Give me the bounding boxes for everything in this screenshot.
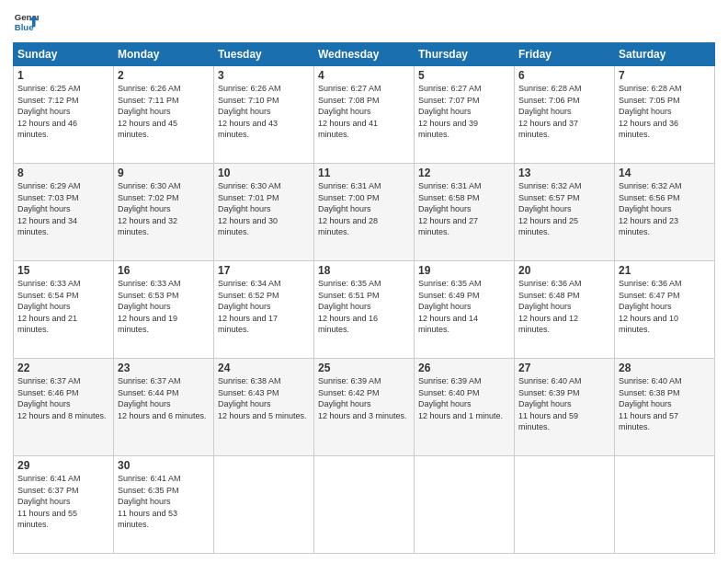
calendar-day: 22Sunrise: 6:37 AMSunset: 6:46 PMDayligh… (14, 359, 114, 456)
day-info: Sunrise: 6:39 AMSunset: 6:40 PMDaylight … (418, 375, 510, 421)
day-info: Sunrise: 6:26 AMSunset: 7:11 PMDaylight … (118, 83, 210, 141)
day-number: 11 (318, 167, 410, 179)
day-number: 18 (318, 264, 410, 277)
day-info: Sunrise: 6:37 AMSunset: 6:46 PMDaylight … (17, 375, 109, 421)
calendar-day: 4Sunrise: 6:27 AMSunset: 7:08 PMDaylight… (314, 66, 415, 164)
day-info: Sunrise: 6:36 AMSunset: 6:47 PMDaylight … (619, 278, 711, 336)
calendar-day: 6Sunrise: 6:28 AMSunset: 7:06 PMDaylight… (515, 66, 615, 164)
calendar-day: 10Sunrise: 6:30 AMSunset: 7:01 PMDayligh… (214, 164, 314, 261)
day-number: 3 (218, 69, 310, 82)
day-number: 1 (17, 69, 109, 82)
calendar-day: 9Sunrise: 6:30 AMSunset: 7:02 PMDaylight… (114, 164, 214, 261)
calendar-header-tuesday: Tuesday (214, 43, 314, 66)
day-number: 20 (518, 264, 610, 277)
logo: General Blue (13, 9, 39, 35)
calendar-day: 12Sunrise: 6:31 AMSunset: 6:58 PMDayligh… (415, 164, 515, 261)
calendar-day: 28Sunrise: 6:40 AMSunset: 6:38 PMDayligh… (615, 359, 715, 456)
calendar-day: 23Sunrise: 6:37 AMSunset: 6:44 PMDayligh… (114, 359, 214, 456)
calendar-day: 18Sunrise: 6:35 AMSunset: 6:51 PMDayligh… (314, 261, 415, 359)
calendar-day: 27Sunrise: 6:40 AMSunset: 6:39 PMDayligh… (515, 359, 615, 456)
day-info: Sunrise: 6:40 AMSunset: 6:39 PMDaylight … (518, 375, 610, 433)
day-info: Sunrise: 6:25 AMSunset: 7:12 PMDaylight … (17, 83, 109, 141)
header: General Blue (13, 9, 715, 35)
calendar-day: 15Sunrise: 6:33 AMSunset: 6:54 PMDayligh… (14, 261, 114, 359)
day-number: 19 (418, 264, 510, 277)
calendar-day: 11Sunrise: 6:31 AMSunset: 7:00 PMDayligh… (314, 164, 415, 261)
day-number: 16 (118, 264, 210, 277)
calendar-week-1: 1Sunrise: 6:25 AMSunset: 7:12 PMDaylight… (14, 66, 715, 164)
day-info: Sunrise: 6:35 AMSunset: 6:51 PMDaylight … (318, 278, 410, 336)
calendar-week-2: 8Sunrise: 6:29 AMSunset: 7:03 PMDaylight… (14, 164, 715, 261)
calendar-day: 13Sunrise: 6:32 AMSunset: 6:57 PMDayligh… (515, 164, 615, 261)
calendar-day (314, 456, 415, 554)
day-info: Sunrise: 6:26 AMSunset: 7:10 PMDaylight … (218, 83, 310, 141)
calendar-day: 26Sunrise: 6:39 AMSunset: 6:40 PMDayligh… (415, 359, 515, 456)
day-info: Sunrise: 6:32 AMSunset: 6:57 PMDaylight … (518, 180, 610, 238)
day-number: 27 (518, 362, 610, 374)
day-number: 12 (418, 167, 510, 179)
day-number: 24 (218, 362, 310, 374)
day-number: 25 (318, 362, 410, 374)
calendar-day: 20Sunrise: 6:36 AMSunset: 6:48 PMDayligh… (515, 261, 615, 359)
day-info: Sunrise: 6:39 AMSunset: 6:42 PMDaylight … (318, 375, 410, 421)
day-info: Sunrise: 6:32 AMSunset: 6:56 PMDaylight … (619, 180, 711, 238)
day-number: 28 (619, 362, 711, 374)
calendar-header-thursday: Thursday (415, 43, 515, 66)
day-number: 17 (218, 264, 310, 277)
calendar-header-row: SundayMondayTuesdayWednesdayThursdayFrid… (14, 43, 715, 66)
day-info: Sunrise: 6:27 AMSunset: 7:07 PMDaylight … (418, 83, 510, 141)
calendar-day: 3Sunrise: 6:26 AMSunset: 7:10 PMDaylight… (214, 66, 314, 164)
day-number: 7 (619, 69, 711, 82)
calendar-week-4: 22Sunrise: 6:37 AMSunset: 6:46 PMDayligh… (14, 359, 715, 456)
day-info: Sunrise: 6:30 AMSunset: 7:02 PMDaylight … (118, 180, 210, 238)
day-info: Sunrise: 6:31 AMSunset: 6:58 PMDaylight … (418, 180, 510, 238)
day-number: 23 (118, 362, 210, 374)
day-number: 4 (318, 69, 410, 82)
calendar-day (214, 456, 314, 554)
day-number: 8 (17, 167, 109, 179)
calendar-day: 1Sunrise: 6:25 AMSunset: 7:12 PMDaylight… (14, 66, 114, 164)
calendar-day: 25Sunrise: 6:39 AMSunset: 6:42 PMDayligh… (314, 359, 415, 456)
day-number: 30 (118, 459, 210, 472)
day-info: Sunrise: 6:28 AMSunset: 7:05 PMDaylight … (619, 83, 711, 141)
day-info: Sunrise: 6:41 AMSunset: 6:37 PMDaylight … (17, 473, 109, 531)
calendar-day (515, 456, 615, 554)
day-info: Sunrise: 6:30 AMSunset: 7:01 PMDaylight … (218, 180, 310, 238)
calendar-header-wednesday: Wednesday (314, 43, 415, 66)
day-info: Sunrise: 6:36 AMSunset: 6:48 PMDaylight … (518, 278, 610, 336)
calendar-day: 29Sunrise: 6:41 AMSunset: 6:37 PMDayligh… (14, 456, 114, 554)
day-info: Sunrise: 6:35 AMSunset: 6:49 PMDaylight … (418, 278, 510, 336)
calendar-header-monday: Monday (114, 43, 214, 66)
logo-icon: General Blue (13, 9, 39, 35)
calendar-header-sunday: Sunday (14, 43, 114, 66)
day-number: 10 (218, 167, 310, 179)
day-number: 13 (518, 167, 610, 179)
calendar-day: 21Sunrise: 6:36 AMSunset: 6:47 PMDayligh… (615, 261, 715, 359)
day-info: Sunrise: 6:41 AMSunset: 6:35 PMDaylight … (118, 473, 210, 531)
day-number: 22 (17, 362, 109, 374)
calendar-day: 8Sunrise: 6:29 AMSunset: 7:03 PMDaylight… (14, 164, 114, 261)
calendar-day: 2Sunrise: 6:26 AMSunset: 7:11 PMDaylight… (114, 66, 214, 164)
day-number: 29 (17, 459, 109, 472)
calendar-day: 14Sunrise: 6:32 AMSunset: 6:56 PMDayligh… (615, 164, 715, 261)
day-number: 9 (118, 167, 210, 179)
day-number: 14 (619, 167, 711, 179)
calendar-header-saturday: Saturday (615, 43, 715, 66)
day-info: Sunrise: 6:38 AMSunset: 6:43 PMDaylight … (218, 375, 310, 421)
day-number: 21 (619, 264, 711, 277)
calendar-day: 17Sunrise: 6:34 AMSunset: 6:52 PMDayligh… (214, 261, 314, 359)
day-number: 26 (418, 362, 510, 374)
day-info: Sunrise: 6:33 AMSunset: 6:54 PMDaylight … (17, 278, 109, 336)
day-info: Sunrise: 6:31 AMSunset: 7:00 PMDaylight … (318, 180, 410, 238)
day-info: Sunrise: 6:27 AMSunset: 7:08 PMDaylight … (318, 83, 410, 141)
calendar-day: 24Sunrise: 6:38 AMSunset: 6:43 PMDayligh… (214, 359, 314, 456)
calendar-day: 30Sunrise: 6:41 AMSunset: 6:35 PMDayligh… (114, 456, 214, 554)
calendar-day: 7Sunrise: 6:28 AMSunset: 7:05 PMDaylight… (615, 66, 715, 164)
calendar-day: 16Sunrise: 6:33 AMSunset: 6:53 PMDayligh… (114, 261, 214, 359)
calendar-day (415, 456, 515, 554)
day-info: Sunrise: 6:28 AMSunset: 7:06 PMDaylight … (518, 83, 610, 141)
calendar-day: 5Sunrise: 6:27 AMSunset: 7:07 PMDaylight… (415, 66, 515, 164)
calendar-header-friday: Friday (515, 43, 615, 66)
svg-text:Blue: Blue (15, 22, 34, 32)
calendar-day: 19Sunrise: 6:35 AMSunset: 6:49 PMDayligh… (415, 261, 515, 359)
